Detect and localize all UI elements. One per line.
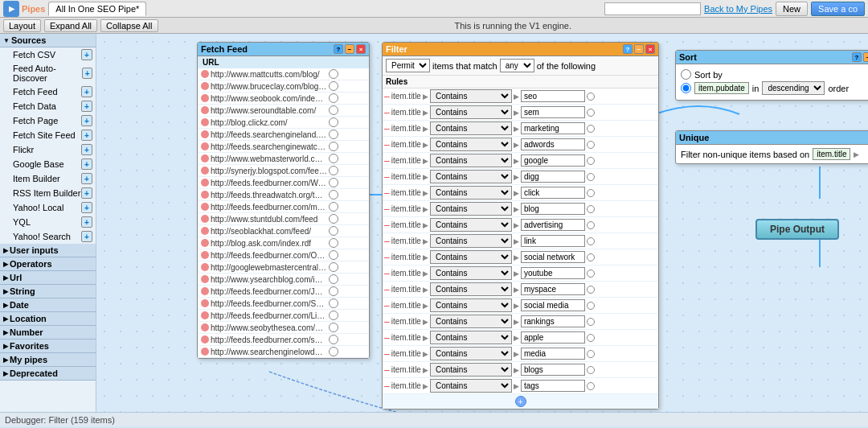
sidebar-item-add[interactable]: + (81, 173, 92, 184)
sidebar-item[interactable]: Item Builder+ (0, 171, 96, 186)
sidebar-item-add[interactable]: + (81, 144, 92, 155)
filter-row-circle[interactable] (587, 350, 595, 358)
sidebar-item[interactable]: Yahoo! Local+ (0, 200, 96, 215)
sidebar-item-add[interactable]: + (81, 158, 92, 170)
feed-output-circle[interactable] (329, 214, 338, 224)
sidebar-item[interactable]: YQL+ (0, 215, 96, 229)
filter-row-condition[interactable]: Contains Does not contain Is Is not (430, 121, 512, 135)
filter-row-circle[interactable] (587, 93, 595, 101)
filter-row-condition[interactable]: Contains Does not contain Is Is not (430, 315, 512, 328)
new-button[interactable]: New (776, 2, 808, 16)
feed-url[interactable]: http://seoblackhat.com/feed/ (211, 227, 327, 236)
filter-row-remove[interactable]: – (384, 187, 390, 199)
sources-section-header[interactable]: ▼ Sources (0, 34, 96, 47)
feed-output-circle[interactable] (329, 323, 338, 332)
layout-button[interactable]: Layout (3, 19, 41, 32)
filter-row-remove[interactable]: – (384, 220, 390, 231)
filter-row-remove[interactable]: – (384, 300, 390, 311)
filter-row-remove[interactable]: – (384, 252, 390, 263)
filter-row-value[interactable] (521, 203, 585, 215)
sidebar-item-add[interactable]: + (81, 216, 92, 228)
filter-row-remove[interactable]: – (384, 364, 390, 376)
filter-row-value[interactable] (521, 251, 585, 263)
feed-url[interactable]: http://feeds.feedburner.com/LinkB (211, 311, 327, 320)
sort-order-select[interactable]: descending ascending (762, 81, 825, 95)
fetch-feed-close[interactable]: × (356, 44, 366, 54)
fetch-feed-min[interactable]: − (345, 44, 354, 54)
feed-url[interactable]: http://feeds.feedburner.com/Jonat (211, 287, 327, 296)
feed-output-circle[interactable] (329, 335, 338, 344)
filter-row-circle[interactable] (587, 237, 595, 245)
sidebar-item-add[interactable]: + (81, 187, 92, 199)
feed-url[interactable]: http://www.searchenginelowdown (211, 348, 327, 356)
filter-row-remove[interactable]: – (384, 171, 390, 183)
feed-output-circle[interactable] (329, 274, 338, 284)
sidebar-section[interactable]: ▶Url (0, 271, 96, 285)
sort-help[interactable]: ? (852, 52, 862, 62)
feed-output-circle[interactable] (329, 81, 338, 91)
sidebar-item-add[interactable]: + (81, 231, 92, 242)
feed-output-circle[interactable] (329, 347, 338, 356)
feed-output-circle[interactable] (329, 286, 338, 296)
feed-output-circle[interactable] (329, 190, 338, 200)
filter-row-condition[interactable]: Contains Does not contain Is Is not (430, 218, 512, 232)
filter-close[interactable]: × (645, 44, 655, 54)
filter-row-circle[interactable] (587, 157, 595, 165)
feed-output-circle[interactable] (329, 154, 338, 163)
filter-permit-select[interactable]: Permit Block (386, 59, 430, 72)
sidebar-item-add[interactable]: + (81, 86, 92, 97)
feed-output-circle[interactable] (329, 166, 338, 175)
filter-row-circle[interactable] (587, 205, 595, 213)
search-input[interactable] (604, 2, 701, 15)
collapse-all-button[interactable]: Collapse All (100, 19, 158, 32)
feed-output-circle[interactable] (329, 178, 338, 187)
feed-url[interactable]: http://www.stuntdubl.com/feed (211, 215, 327, 224)
filter-help[interactable]: ? (623, 44, 633, 54)
filter-row-remove[interactable]: – (384, 284, 390, 295)
filter-row-condition[interactable]: Contains Does not contain Is Is not (430, 266, 512, 280)
filter-row-remove[interactable]: – (384, 139, 390, 150)
feed-url[interactable]: http://www.seobythesea.com/?fee (211, 323, 327, 332)
filter-row-remove[interactable]: – (384, 91, 390, 102)
feed-url[interactable]: http://www.bruceclay.com/blog/atc (211, 82, 327, 91)
filter-row-remove[interactable]: – (384, 316, 390, 327)
feed-output-circle[interactable] (329, 142, 338, 151)
feed-url[interactable]: http://www.ysearchblog.com/index (211, 275, 327, 284)
feed-url[interactable]: http://feeds.feedburner.com/mark (211, 203, 327, 212)
feed-url[interactable]: http://feeds.threadwatch.org/threa (211, 191, 327, 200)
filter-row-remove[interactable]: – (384, 348, 390, 360)
sidebar-item[interactable]: Yahoo! Search+ (0, 229, 96, 244)
filter-row-circle[interactable] (587, 270, 595, 278)
feed-output-circle[interactable] (329, 250, 338, 260)
filter-row-remove[interactable]: – (384, 107, 390, 118)
pipe-output-button[interactable]: Pipe Output (755, 219, 839, 240)
filter-row-value[interactable] (521, 187, 585, 199)
filter-row-value[interactable] (521, 299, 585, 311)
sidebar-item[interactable]: Fetch Feed+ (0, 84, 96, 99)
filter-row-circle[interactable] (587, 366, 595, 374)
filter-row-condition[interactable]: Contains Does not contain Is Is not (430, 250, 512, 264)
fetch-feed-help[interactable]: ? (334, 44, 343, 54)
filter-row-condition[interactable]: Contains Does not contain Is Is not (430, 347, 512, 360)
feed-output-circle[interactable] (329, 262, 338, 272)
sidebar-item-add[interactable]: + (81, 130, 92, 141)
feed-output-circle[interactable] (329, 311, 338, 320)
feed-url[interactable]: http://googlewebmastercentral.blo (211, 263, 327, 272)
sidebar-section[interactable]: ▶Favorites (0, 340, 96, 353)
sidebar-item[interactable]: Feed Auto-Discover+ (0, 62, 96, 84)
filter-row-circle[interactable] (587, 173, 595, 181)
feed-url[interactable]: http://synerjy.blogspot.com/feeds/ (211, 167, 327, 175)
feed-url[interactable]: http://www.seroundtable.com/ (211, 106, 327, 115)
sidebar-section[interactable]: ▶User inputs (0, 244, 96, 257)
active-tab[interactable]: All In One SEO Pipe* (48, 2, 146, 16)
filter-row-value[interactable] (521, 106, 585, 118)
filter-row-condition[interactable]: Contains Does not contain Is Is not (430, 379, 512, 393)
feed-url[interactable]: http://www.mattcutts.com/blog/ (211, 70, 327, 79)
filter-row-circle[interactable] (587, 189, 595, 197)
filter-row-remove[interactable]: – (384, 155, 390, 167)
sidebar-item-add[interactable]: + (82, 68, 92, 79)
feed-url[interactable]: http://feeds.searchengineland.cor (211, 130, 327, 139)
filter-row-value[interactable] (521, 380, 585, 392)
filter-add-btn[interactable]: + (515, 396, 526, 407)
filter-row-circle[interactable] (587, 286, 595, 294)
